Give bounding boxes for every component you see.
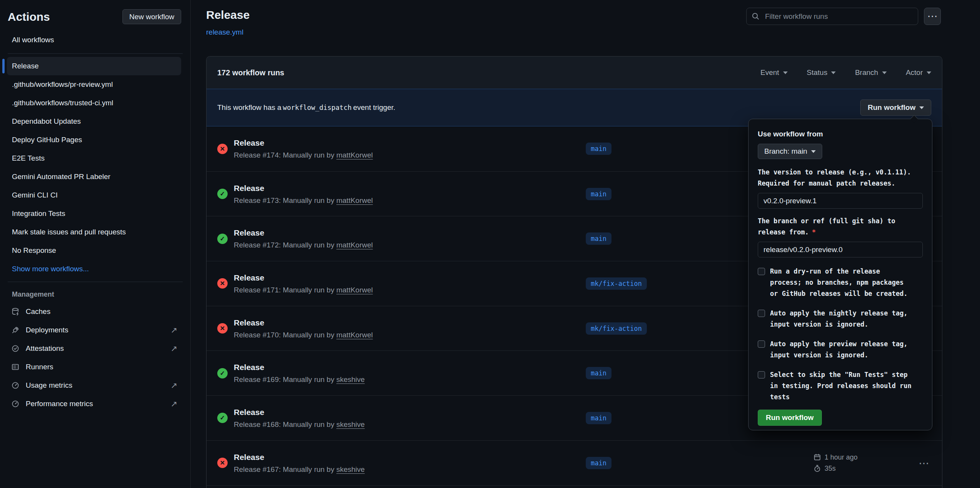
run-title[interactable]: Release bbox=[234, 452, 365, 462]
filter-dropdown-label: Event bbox=[760, 68, 779, 77]
run-time: 1 hour ago bbox=[825, 453, 858, 461]
run-title[interactable]: Release bbox=[234, 407, 365, 417]
branch-badge[interactable]: main bbox=[586, 412, 611, 424]
new-workflow-button[interactable]: New workflow bbox=[122, 9, 181, 24]
workflow-file-link[interactable]: release.yml bbox=[206, 28, 243, 37]
filter-dropdown[interactable]: Actor bbox=[906, 68, 931, 77]
filter-workflow-runs-input[interactable] bbox=[746, 8, 918, 25]
actor-link[interactable]: mattKorwel bbox=[336, 286, 373, 294]
actor-link[interactable]: skeshive bbox=[336, 420, 365, 428]
checkbox[interactable] bbox=[758, 268, 765, 275]
sidebar-item-usage-metrics[interactable]: Usage metrics ↗ bbox=[11, 376, 177, 395]
workflow-item-label: Show more workflows... bbox=[12, 265, 89, 273]
checkbox[interactable] bbox=[758, 371, 765, 378]
actor-link[interactable]: skeshive bbox=[336, 375, 365, 383]
checkbox[interactable] bbox=[758, 340, 765, 348]
run-status-icon bbox=[217, 189, 228, 199]
run-workflow-submit-button[interactable]: Run workflow bbox=[758, 410, 822, 426]
run-description: Release #172: Manually run by mattKorwel bbox=[234, 241, 373, 249]
workflow-item-label: Release bbox=[12, 62, 39, 70]
run-title[interactable]: Release bbox=[234, 362, 365, 372]
sidebar-workflow-item[interactable]: No Response bbox=[7, 241, 181, 260]
actor-link[interactable]: mattKorwel bbox=[336, 241, 373, 249]
sidebar-workflow-item[interactable]: Gemini Automated PR Labeler bbox=[7, 168, 181, 186]
chevron-down-icon bbox=[831, 71, 836, 74]
sidebar-item-caches[interactable]: Caches bbox=[11, 302, 177, 321]
sidebar-workflow-item[interactable]: Integration Tests bbox=[7, 204, 181, 223]
workflow-item-label: .github/workflows/pr-review.yml bbox=[12, 80, 113, 89]
branch-badge[interactable]: main bbox=[586, 367, 611, 379]
sidebar-item-attestations[interactable]: Attestations ↗ bbox=[11, 339, 177, 358]
ref-input[interactable] bbox=[758, 242, 923, 257]
filter-dropdown[interactable]: Event bbox=[760, 68, 788, 77]
verified-badge-icon bbox=[11, 344, 20, 353]
run-status-icon bbox=[217, 234, 228, 244]
sidebar-workflow-item[interactable]: Show more workflows... bbox=[7, 260, 181, 278]
use-workflow-from-label: Use workflow from bbox=[758, 130, 923, 138]
run-workflow-popup: Use workflow from Branch: main The versi… bbox=[748, 119, 932, 430]
checkbox-row: Auto apply the preview release tag, inpu… bbox=[758, 339, 923, 361]
actor-link[interactable]: mattKorwel bbox=[336, 196, 373, 204]
workflow-run-row[interactable]: Release Release #167: Manually run by sk… bbox=[207, 440, 942, 485]
sidebar-workflow-item[interactable]: Gemini CLI CI bbox=[7, 186, 181, 204]
management-item-label: Attestations bbox=[26, 344, 64, 353]
sidebar-title: Actions bbox=[8, 10, 50, 23]
run-title[interactable]: Release bbox=[234, 183, 373, 193]
branch-badge[interactable]: mk/fix-action bbox=[586, 277, 647, 290]
run-description: Release #171: Manually run by mattKorwel bbox=[234, 286, 373, 294]
sidebar-workflow-item[interactable]: Dependabot Updates bbox=[7, 112, 181, 131]
run-description: Release #174: Manually run by mattKorwel bbox=[234, 151, 373, 159]
branch-badge[interactable]: main bbox=[586, 188, 611, 200]
sidebar-workflow-item[interactable]: Mark stale issues and pull requests bbox=[7, 223, 181, 241]
run-title[interactable]: Release bbox=[234, 138, 373, 148]
version-input[interactable] bbox=[758, 193, 923, 209]
banner-text: This workflow has a bbox=[217, 103, 281, 112]
branch-selector-label: Branch: main bbox=[764, 147, 807, 156]
workflow-item-label: Gemini Automated PR Labeler bbox=[12, 173, 111, 181]
workflow-item-label: Deploy GitHub Pages bbox=[12, 136, 82, 144]
run-title[interactable]: Release bbox=[234, 318, 373, 328]
checkbox-row: Select to skip the "Run Tests" step in t… bbox=[758, 369, 923, 403]
branch-badge[interactable]: mk/fix-action bbox=[586, 322, 647, 335]
run-description: Release #168: Manually run by skeshive bbox=[234, 420, 365, 429]
workflow-options-kebab-button[interactable]: ⋯ bbox=[924, 8, 941, 25]
calendar-icon bbox=[813, 453, 821, 461]
sidebar-workflow-item[interactable]: E2E Tests bbox=[7, 149, 181, 168]
sidebar-workflow-item[interactable]: Deploy GitHub Pages bbox=[7, 131, 181, 149]
branch-badge[interactable]: main bbox=[586, 457, 611, 469]
sidebar-divider bbox=[8, 53, 183, 54]
sidebar-item-performance-metrics[interactable]: Performance metrics ↗ bbox=[11, 395, 177, 413]
management-list: Caches Deployments ↗ Attestations ↗ Runn… bbox=[0, 302, 190, 413]
sidebar-item-deployments[interactable]: Deployments ↗ bbox=[11, 321, 177, 339]
run-status-icon bbox=[217, 368, 228, 378]
filter-dropdown[interactable]: Branch bbox=[855, 68, 886, 77]
page-title: Release bbox=[206, 8, 250, 22]
run-options-kebab[interactable]: ⋯ bbox=[919, 456, 929, 469]
branch-badge[interactable]: main bbox=[586, 143, 611, 155]
gauge-icon bbox=[11, 381, 20, 390]
sidebar-workflow-item[interactable]: Release bbox=[7, 57, 181, 75]
management-item-label: Usage metrics bbox=[26, 381, 72, 390]
actor-link[interactable]: skeshive bbox=[336, 465, 365, 473]
sidebar-workflow-item[interactable]: .github/workflows/trusted-ci.yml bbox=[7, 94, 181, 112]
chevron-down-icon bbox=[919, 106, 924, 109]
chevron-down-icon bbox=[927, 71, 931, 74]
checkbox[interactable] bbox=[758, 310, 765, 317]
sidebar-workflow-item[interactable]: .github/workflows/pr-review.yml bbox=[7, 75, 181, 94]
external-link-icon: ↗ bbox=[170, 381, 177, 390]
actor-link[interactable]: mattKorwel bbox=[336, 151, 373, 159]
external-link-icon: ↗ bbox=[170, 325, 177, 335]
runs-count: 172 workflow runs bbox=[217, 68, 284, 77]
filter-dropdown[interactable]: Status bbox=[807, 68, 836, 77]
sidebar-item-all-workflows[interactable]: All workflows bbox=[12, 36, 190, 44]
run-description: Release #170: Manually run by mattKorwel bbox=[234, 331, 373, 339]
run-title[interactable]: Release bbox=[234, 273, 373, 283]
checkbox-label: Run a dry-run of the release process; no… bbox=[770, 266, 907, 299]
branch-badge[interactable]: main bbox=[586, 232, 611, 245]
actor-link[interactable]: mattKorwel bbox=[336, 331, 373, 339]
management-heading: Management bbox=[12, 290, 190, 299]
sidebar-item-runners[interactable]: Runners bbox=[11, 358, 177, 376]
run-title[interactable]: Release bbox=[234, 228, 373, 238]
run-workflow-dropdown-button[interactable]: Run workflow bbox=[860, 100, 931, 116]
branch-selector-button[interactable]: Branch: main bbox=[758, 144, 822, 159]
